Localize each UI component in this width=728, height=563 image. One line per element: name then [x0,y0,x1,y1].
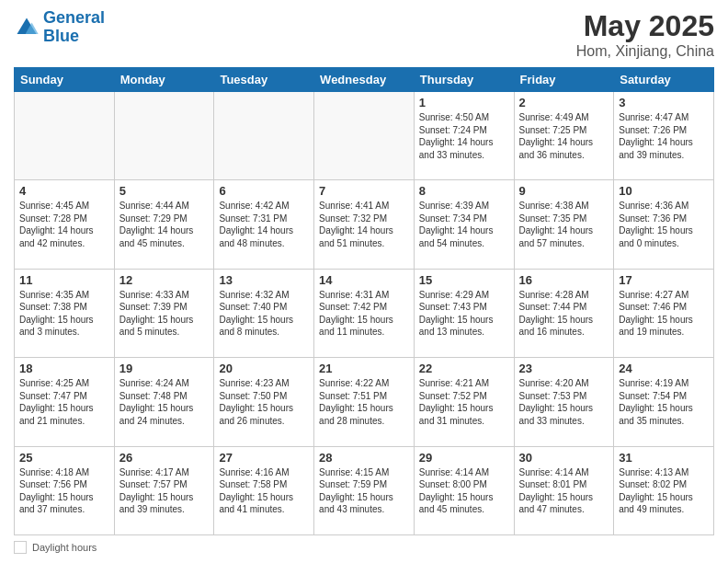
calendar-cell [114,92,214,180]
day-number: 11 [19,273,109,287]
day-info: Sunrise: 4:20 AM Sunset: 7:53 PM Dayligh… [519,377,609,427]
calendar-cell [15,92,115,180]
day-number: 12 [119,273,210,287]
week-row-3: 18Sunrise: 4:25 AM Sunset: 7:47 PM Dayli… [15,358,714,446]
daylight-label: Daylight hours [32,542,97,553]
day-number: 6 [219,184,309,198]
calendar-cell: 12Sunrise: 4:33 AM Sunset: 7:39 PM Dayli… [114,269,214,357]
calendar-cell: 28Sunrise: 4:15 AM Sunset: 7:59 PM Dayli… [314,446,415,534]
day-info: Sunrise: 4:17 AM Sunset: 7:57 PM Dayligh… [119,466,210,516]
calendar-cell: 15Sunrise: 4:29 AM Sunset: 7:43 PM Dayli… [414,269,514,357]
day-info: Sunrise: 4:15 AM Sunset: 7:59 PM Dayligh… [319,466,409,516]
day-info: Sunrise: 4:33 AM Sunset: 7:39 PM Dayligh… [119,289,210,339]
day-number: 21 [319,362,409,375]
day-info: Sunrise: 4:45 AM Sunset: 7:28 PM Dayligh… [19,200,109,249]
weekday-sunday: Sunday [15,68,115,92]
title-block: May 2025 Hom, Xinjiang, China [576,9,714,60]
week-row-0: 1Sunrise: 4:50 AM Sunset: 7:24 PM Daylig… [15,92,714,180]
day-number: 20 [219,362,309,375]
day-number: 4 [19,184,109,198]
calendar-cell [314,92,415,180]
day-info: Sunrise: 4:32 AM Sunset: 7:40 PM Dayligh… [219,289,309,339]
day-number: 15 [419,273,509,287]
day-info: Sunrise: 4:47 AM Sunset: 7:26 PM Dayligh… [619,111,709,161]
day-number: 2 [519,96,609,109]
calendar-cell: 8Sunrise: 4:39 AM Sunset: 7:34 PM Daylig… [414,180,514,269]
week-row-4: 25Sunrise: 4:18 AM Sunset: 7:56 PM Dayli… [15,446,714,534]
day-info: Sunrise: 4:29 AM Sunset: 7:43 PM Dayligh… [419,289,509,339]
calendar-cell [214,92,314,180]
calendar-cell: 9Sunrise: 4:38 AM Sunset: 7:35 PM Daylig… [514,180,614,269]
weekday-tuesday: Tuesday [214,68,314,92]
day-number: 26 [119,451,210,465]
day-info: Sunrise: 4:50 AM Sunset: 7:24 PM Dayligh… [419,111,509,161]
day-number: 3 [619,96,709,109]
header: General Blue May 2025 Hom, Xinjiang, Chi… [14,9,714,60]
weekday-thursday: Thursday [414,68,514,92]
day-info: Sunrise: 4:39 AM Sunset: 7:34 PM Dayligh… [419,200,509,249]
day-info: Sunrise: 4:18 AM Sunset: 7:56 PM Dayligh… [19,466,109,516]
day-info: Sunrise: 4:31 AM Sunset: 7:42 PM Dayligh… [319,289,409,339]
day-number: 22 [419,362,509,375]
day-number: 28 [319,451,409,465]
calendar-cell: 22Sunrise: 4:21 AM Sunset: 7:52 PM Dayli… [414,358,514,446]
day-number: 18 [19,362,109,375]
day-info: Sunrise: 4:23 AM Sunset: 7:50 PM Dayligh… [219,377,309,427]
day-number: 1 [419,96,509,109]
day-number: 14 [319,273,409,287]
weekday-wednesday: Wednesday [314,68,415,92]
day-number: 8 [419,184,509,198]
calendar-cell: 19Sunrise: 4:24 AM Sunset: 7:48 PM Dayli… [114,358,214,446]
day-number: 5 [119,184,210,198]
calendar-cell: 17Sunrise: 4:27 AM Sunset: 7:46 PM Dayli… [614,269,714,357]
day-info: Sunrise: 4:22 AM Sunset: 7:51 PM Dayligh… [319,377,409,427]
day-number: 19 [119,362,210,375]
subtitle: Hom, Xinjiang, China [576,43,714,60]
weekday-friday: Friday [514,68,614,92]
day-number: 24 [619,362,709,375]
day-info: Sunrise: 4:21 AM Sunset: 7:52 PM Dayligh… [419,377,509,427]
calendar-cell: 23Sunrise: 4:20 AM Sunset: 7:53 PM Dayli… [514,358,614,446]
calendar-cell: 18Sunrise: 4:25 AM Sunset: 7:47 PM Dayli… [15,358,115,446]
calendar-cell: 26Sunrise: 4:17 AM Sunset: 7:57 PM Dayli… [114,446,214,534]
main-title: May 2025 [576,9,714,43]
calendar-cell: 24Sunrise: 4:19 AM Sunset: 7:54 PM Dayli… [614,358,714,446]
calendar-cell: 21Sunrise: 4:22 AM Sunset: 7:51 PM Dayli… [314,358,415,446]
day-info: Sunrise: 4:42 AM Sunset: 7:31 PM Dayligh… [219,200,309,249]
calendar-cell: 4Sunrise: 4:45 AM Sunset: 7:28 PM Daylig… [15,180,115,269]
calendar-cell: 11Sunrise: 4:35 AM Sunset: 7:38 PM Dayli… [15,269,115,357]
day-number: 30 [519,451,609,465]
day-info: Sunrise: 4:14 AM Sunset: 8:00 PM Dayligh… [419,466,509,516]
day-number: 13 [219,273,309,287]
calendar-cell: 20Sunrise: 4:23 AM Sunset: 7:50 PM Dayli… [214,358,314,446]
weekday-header-row: SundayMondayTuesdayWednesdayThursdayFrid… [15,68,714,92]
logo-text: General Blue [43,9,105,46]
calendar-cell: 30Sunrise: 4:14 AM Sunset: 8:01 PM Dayli… [514,446,614,534]
daylight-box [14,541,27,554]
day-info: Sunrise: 4:24 AM Sunset: 7:48 PM Dayligh… [119,377,210,427]
calendar-cell: 13Sunrise: 4:32 AM Sunset: 7:40 PM Dayli… [214,269,314,357]
calendar-cell: 27Sunrise: 4:16 AM Sunset: 7:58 PM Dayli… [214,446,314,534]
day-info: Sunrise: 4:49 AM Sunset: 7:25 PM Dayligh… [519,111,609,161]
logo-icon [14,15,40,40]
calendar-cell: 2Sunrise: 4:49 AM Sunset: 7:25 PM Daylig… [514,92,614,180]
day-number: 10 [619,184,709,198]
day-number: 17 [619,273,709,287]
day-info: Sunrise: 4:25 AM Sunset: 7:47 PM Dayligh… [19,377,109,427]
day-number: 31 [619,451,709,465]
day-info: Sunrise: 4:14 AM Sunset: 8:01 PM Dayligh… [519,466,609,516]
calendar-cell: 3Sunrise: 4:47 AM Sunset: 7:26 PM Daylig… [614,92,714,180]
calendar-cell: 1Sunrise: 4:50 AM Sunset: 7:24 PM Daylig… [414,92,514,180]
day-info: Sunrise: 4:19 AM Sunset: 7:54 PM Dayligh… [619,377,709,427]
calendar-cell: 16Sunrise: 4:28 AM Sunset: 7:44 PM Dayli… [514,269,614,357]
day-number: 9 [519,184,609,198]
calendar-cell: 31Sunrise: 4:13 AM Sunset: 8:02 PM Dayli… [614,446,714,534]
day-number: 27 [219,451,309,465]
calendar-body: 1Sunrise: 4:50 AM Sunset: 7:24 PM Daylig… [15,92,714,535]
day-info: Sunrise: 4:38 AM Sunset: 7:35 PM Dayligh… [519,200,609,249]
logo: General Blue [14,9,105,46]
page: General Blue May 2025 Hom, Xinjiang, Chi… [0,0,728,563]
calendar-cell: 14Sunrise: 4:31 AM Sunset: 7:42 PM Dayli… [314,269,415,357]
calendar-cell: 5Sunrise: 4:44 AM Sunset: 7:29 PM Daylig… [114,180,214,269]
weekday-monday: Monday [114,68,214,92]
